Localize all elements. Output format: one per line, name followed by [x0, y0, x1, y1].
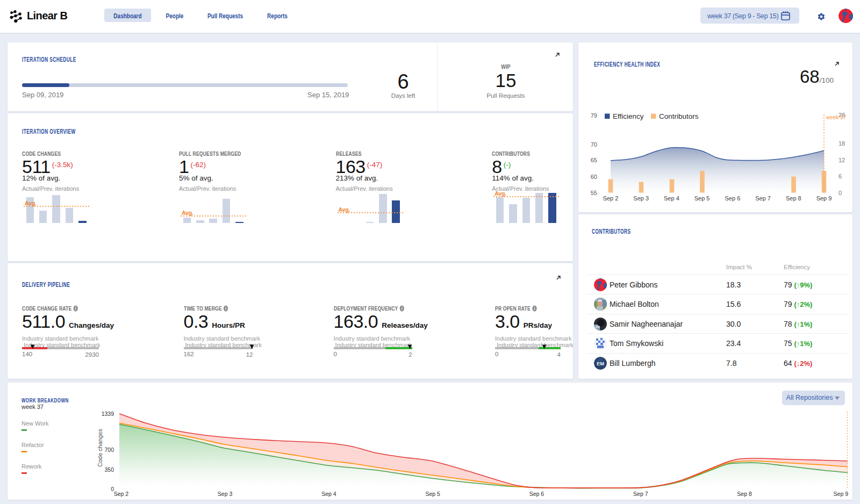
svg-text:60: 60: [591, 174, 597, 180]
svg-text:Sep 6: Sep 6: [725, 195, 741, 201]
svg-text:Sep 4: Sep 4: [321, 491, 336, 497]
svg-text:Sep 6: Sep 6: [529, 491, 544, 497]
svg-text:Sep 9: Sep 9: [834, 491, 849, 497]
svg-text:18: 18: [838, 140, 845, 147]
svg-text:Sep 5: Sep 5: [694, 195, 710, 201]
svg-text:Sep 7: Sep 7: [755, 195, 771, 201]
svg-text:12: 12: [838, 157, 845, 163]
svg-text:6: 6: [838, 173, 842, 179]
svg-text:65: 65: [591, 157, 597, 163]
svg-text:Sep 3: Sep 3: [218, 491, 233, 497]
svg-text:Sep 4: Sep 4: [664, 195, 679, 201]
svg-text:79: 79: [591, 112, 597, 119]
svg-text:Sep 2: Sep 2: [114, 491, 129, 497]
svg-text:Efficiency: Efficiency: [613, 112, 644, 120]
svg-text:Contributors: Contributors: [659, 112, 699, 120]
svg-text:Sep 2: Sep 2: [603, 195, 619, 201]
svg-text:EM: EM: [597, 361, 604, 366]
svg-text:1339: 1339: [102, 411, 114, 417]
svg-text:700: 700: [104, 447, 114, 453]
svg-text:Sep 9: Sep 9: [816, 195, 832, 201]
svg-text:Sep 8: Sep 8: [737, 491, 752, 497]
svg-text:week 37: week 37: [826, 114, 847, 120]
svg-text:350: 350: [104, 466, 114, 473]
svg-text:70: 70: [591, 141, 597, 148]
svg-text:0: 0: [838, 190, 842, 196]
svg-text:Sep 5: Sep 5: [425, 491, 440, 497]
svg-text:Sep 3: Sep 3: [633, 195, 649, 201]
svg-text:55: 55: [591, 190, 597, 196]
svg-text:Sep 7: Sep 7: [633, 491, 648, 497]
svg-text:Sep 8: Sep 8: [786, 195, 801, 201]
